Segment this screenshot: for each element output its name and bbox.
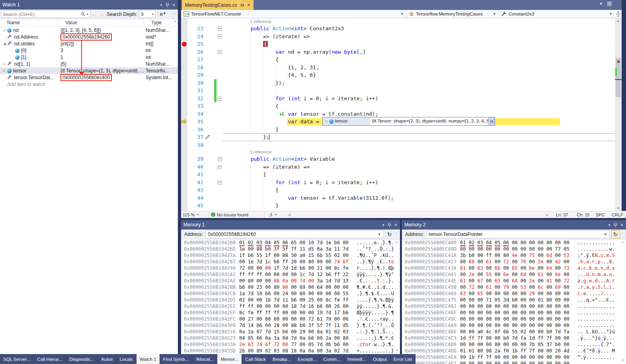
- watch-value-cell[interactable]: {tf.Tensor: shape=(2, 3), dtype=uint8, .…: [58, 68, 144, 74]
- column-header-name[interactable]: Name: [0, 19, 58, 26]
- memory-bytes[interactable]: 00 68 00 61 00 72 00 70 00 2e 00 42 00: [460, 259, 573, 265]
- fold-collapse-icon[interactable]: [218, 27, 222, 31]
- watch-value-cell[interactable]: {5}: [58, 61, 144, 67]
- memory-row[interactable]: 0x000002556B1942E2ff ff 00 00 00 00 18 7…: [181, 303, 400, 309]
- line-number[interactable]: 41: [187, 171, 203, 179]
- code-line[interactable]: 30 });: [181, 79, 615, 87]
- line-number[interactable]: 40: [187, 163, 203, 171]
- memory-row[interactable]: 0x000002556B1942C81a 7d 10 b6 00 24 00 8…: [181, 290, 400, 297]
- memory-bytes[interactable]: 7d 14 b6 00 28 00 88 b0 3f 5f 7f 11 d5: [239, 322, 353, 329]
- docwell-dropdown-icon[interactable]: ▼: [599, 2, 603, 6]
- line-number[interactable]: 44: [187, 194, 203, 202]
- pin-icon[interactable]: [388, 223, 391, 227]
- search-forward-icon[interactable]: →: [99, 12, 104, 17]
- line-number[interactable]: 38: [187, 141, 203, 149]
- memory-bytes[interactable]: 00 00 00 00 00 00 00 00 00 00 00 00 00: [460, 303, 573, 309]
- code-line[interactable]: 26 var nd = np.array(new byte[,]: [181, 48, 615, 56]
- line-number[interactable]: 36: [187, 126, 203, 134]
- editor-scrollbar[interactable]: ▲ ▼: [615, 18, 622, 211]
- code-line[interactable]: 32 for (int i = 0; i < iterate; i++): [181, 95, 615, 103]
- watch-value-cell[interactable]: {int[2]}: [58, 41, 144, 47]
- memory-bytes[interactable]: 1e 00 88 b0 3f 5f 7f 11 d5 0a 3a 11 7d: [239, 246, 353, 252]
- tab-pin-icon[interactable]: [240, 3, 244, 7]
- line-number[interactable]: 27: [187, 56, 203, 64]
- bottom-tab[interactable]: Watch 1: [137, 354, 160, 364]
- memory2-address-combo[interactable]: tensor.TensorDataPointer ▼: [426, 230, 609, 238]
- toolbar-overflow-icon[interactable]: '': [174, 12, 176, 16]
- datatip[interactable]: ▷tensor{tf.Tensor: shape=(2, 3), dtype=u…: [322, 117, 495, 126]
- code-line[interactable]: 29 {4, 5, 6}: [181, 71, 615, 79]
- chevron-down-icon[interactable]: ▾: [275, 213, 277, 216]
- bottom-tab[interactable]: Immedi...: [344, 354, 370, 364]
- code-line[interactable]: 24 => (iterate) =>: [181, 33, 615, 41]
- bottom-tab[interactable]: Error List: [390, 354, 416, 364]
- memory-bytes[interactable]: 2e 63 74 6f 72 00 77 00 05 7d 0b b6 00: [239, 341, 353, 348]
- memory-bytes[interactable]: 63 00 65 00 00 00 00 00 29 00 00 00 00: [460, 290, 573, 297]
- memory-bytes[interactable]: 3b b0 00 ff 00 80 4e 00 75 00 6d 00 53: [460, 252, 573, 259]
- window-position-icon[interactable]: ▾: [608, 223, 610, 227]
- watch-row[interactable]: [0]3int: [0, 47, 178, 54]
- scrollbar-up-icon[interactable]: ▲: [615, 19, 622, 23]
- hscroll-right-icon[interactable]: ▶: [546, 213, 549, 217]
- bottom-tab[interactable]: Call Hierar...: [34, 354, 66, 364]
- window-position-icon[interactable]: ▾: [160, 3, 162, 7]
- fold-collapse-icon[interactable]: [218, 97, 222, 101]
- memory-row[interactable]: 0x000002556B0EC4DD01 01 80 98 2a f0 1b f…: [402, 348, 626, 354]
- memory2-scrollbar[interactable]: ▲▼: [620, 240, 626, 363]
- watch-value-cell[interactable]: {[[1, 2, 3], [4, 5, 6]]}: [58, 27, 144, 33]
- memory-bytes[interactable]: 01 01 80 98 2a f0 1b ff 7f 00 00 20 4d: [460, 348, 573, 354]
- memory-row[interactable]: 0x000002556B0EC4EA99 1b ff 7f 00 00 00 0…: [402, 354, 626, 360]
- memory-row[interactable]: 0x000002556B0EC4D000 00 00 00 00 00 00 0…: [402, 341, 626, 348]
- pin-icon[interactable]: [166, 3, 169, 7]
- memory-row[interactable]: 0x000002556B1943097d 14 b6 00 28 00 88 b…: [181, 322, 400, 329]
- line-number[interactable]: 37: [187, 133, 203, 141]
- code-editor[interactable]: 1 reference23 public Action<int> Constan…: [181, 18, 615, 211]
- memory-bytes[interactable]: 00 72 00 61 00 79 00 53 00 6c 00 69 00: [460, 284, 573, 290]
- expander-icon[interactable]: ▷: [2, 28, 7, 32]
- memory-row[interactable]: 0x000002556B0EC42700 68 00 61 00 72 00 7…: [402, 259, 626, 265]
- watch-row[interactable]: ▷tensor{tf.Tensor: shape=(2, 3), dtype=u…: [0, 67, 178, 74]
- memory-bytes[interactable]: 00 00 00 00 00 00 00 00 00 00 00 00 00: [460, 316, 573, 322]
- memory-bytes[interactable]: 04 05 06 0a 3a 04 7d 0a b6 00 2a 00 80: [239, 335, 353, 341]
- line-number[interactable]: 25: [187, 40, 203, 48]
- memory-bytes[interactable]: 00 00 a0 4c 0f 6b 55 02 00 00 b0 7d fa: [460, 329, 573, 335]
- memory-row[interactable]: 0x000002556B19427A1f b6 55 1f 00 88 50 a…: [181, 252, 400, 259]
- watch-row[interactable]: ▷nd{[[1, 2, 3], [4, 5, 6]]}NumShar...: [0, 27, 178, 33]
- code-line[interactable]: 42 for (int i = 0; i < iterate; i++): [181, 179, 615, 187]
- search-back-icon[interactable]: ←: [92, 12, 97, 17]
- code-line[interactable]: 25 {: [181, 40, 615, 48]
- memory-bytes[interactable]: 01 02 03 04 05 06 65 00 10 7d 1e b6 00: [239, 239, 353, 246]
- memory-bytes[interactable]: 00 00 00 00 00 00 00 00 00 00 00 77 05: [460, 246, 573, 252]
- code-line[interactable]: 40 => (iterate) =>: [181, 163, 615, 171]
- bottom-tab[interactable]: Diagnostic...: [66, 354, 98, 364]
- bottom-tab[interactable]: Excepti...: [294, 354, 320, 364]
- code-line[interactable]: 28 {1, 2, 3},: [181, 64, 615, 72]
- breakpoint-icon[interactable]: [182, 42, 187, 47]
- memory-bytes[interactable]: 00 1e 7d 1c b6 ff 20 00 80 00 00 74 6f: [239, 259, 353, 265]
- fold-collapse-icon[interactable]: [218, 157, 222, 161]
- watch-row[interactable]: tensor.TensorDat...0x000002556b0ec400Sys…: [0, 74, 178, 81]
- fold-collapse-icon[interactable]: [218, 181, 222, 185]
- memory-row[interactable]: 0x000002556B0EC47500 00 00 71 05 3d b0 0…: [402, 297, 626, 303]
- scrollbar-thumb[interactable]: [616, 58, 621, 97]
- code-line[interactable]: 45 }: [181, 202, 615, 210]
- line-number[interactable]: 39: [187, 155, 203, 163]
- watch-value-cell[interactable]: 1: [58, 55, 144, 60]
- memory-bytes[interactable]: 00 80 00 00 08 0a 00 74 00 3a 1d 7d 13: [239, 278, 353, 284]
- code-line[interactable]: 37 };: [181, 133, 615, 141]
- memory-row[interactable]: 0x000002556B19428700 1e 7d 1c b6 ff 20 0…: [181, 259, 400, 265]
- bottom-tab[interactable]: Comm...: [320, 354, 344, 364]
- watch-row[interactable]: ▷nd[1, 1]{5}NumShar...: [0, 60, 178, 67]
- code-line[interactable]: 33 {: [181, 102, 615, 110]
- watch-add-row[interactable]: Add item to watch: [0, 81, 178, 88]
- breadcrumb-project[interactable]: C# TensorFlowNET.Console ▼: [181, 10, 407, 18]
- toolbar-overflow-icon[interactable]: '': [621, 232, 623, 236]
- memory-row[interactable]: 0x000002556B0EC45B00 72 00 61 00 79 00 5…: [402, 284, 626, 290]
- memory-row[interactable]: 0x000002556B0EC46863 00 65 00 00 00 00 0…: [402, 290, 626, 297]
- memory-row[interactable]: 0x000002556B0EC4B600 00 a0 4c 0f 6b 55 0…: [402, 329, 626, 335]
- breadcrumb-class[interactable]: Tensorflow.MemoryTestingCases ▼: [407, 10, 499, 18]
- line-number[interactable]: 43: [187, 186, 203, 194]
- memory-bytes[interactable]: 00 00 00 00 00 00 00 00 00 00 00 00 00: [460, 309, 573, 316]
- codelens-references[interactable]: 1 reference: [181, 18, 615, 25]
- watch-format-icon[interactable]: ᴨ▼: [160, 12, 166, 17]
